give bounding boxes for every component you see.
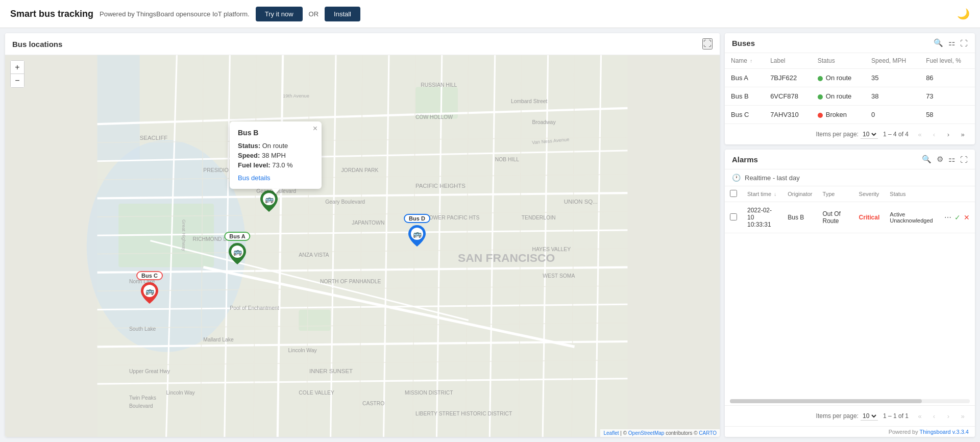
alarm-col-status: Status <box>885 186 975 202</box>
alarms-items-per-page: Items per page: 10 25 50 <box>816 412 878 421</box>
bus-a-marker[interactable]: Bus A 🚌 <box>229 243 246 266</box>
buses-ipp-label: Items per page: <box>816 131 859 138</box>
svg-text:Upper Great Hwy: Upper Great Hwy <box>129 369 170 374</box>
alarm-start-time: 2022-02-10 10:33:31 <box>742 202 782 233</box>
alarm-more-button[interactable]: ⋯ <box>944 213 951 222</box>
powered-by-text: Powered by <box>889 429 920 435</box>
table-row[interactable]: Bus B 6VCF878 On route 38 73 <box>725 87 975 106</box>
popup-fuel-value: 73.0 % <box>272 161 292 169</box>
alarms-card: Alarms 🔍 ⚙ ⚏ ⛶ 🕐 Realtime - last day <box>725 150 975 437</box>
bus-details-link[interactable]: Bus details <box>238 174 313 182</box>
leaflet-link[interactable]: Leaflet <box>603 430 619 436</box>
alarms-card-header: Alarms 🔍 ⚙ ⚏ ⛶ <box>725 150 975 169</box>
svg-text:🚌: 🚌 <box>145 287 155 296</box>
alarms-next-page-button[interactable]: › <box>942 410 954 422</box>
zoom-in-button[interactable]: + <box>11 61 24 74</box>
alarm-dismiss-button[interactable]: ✕ <box>964 213 970 222</box>
alarm-severity: Critical <box>854 202 885 233</box>
buses-table-footer: Items per page: 10 25 50 1 – 4 of 4 « ‹ … <box>725 124 975 144</box>
status-dot <box>818 94 823 100</box>
alarms-h-scrollbar[interactable] <box>730 399 970 403</box>
alarms-pagination: « ‹ › » <box>914 410 969 422</box>
alarms-prev-page-button[interactable]: ‹ <box>928 410 940 422</box>
alarms-fullscreen-button[interactable]: ⛶ <box>960 155 968 164</box>
alarm-select-all-checkbox[interactable] <box>730 190 737 197</box>
alarms-columns-button[interactable]: ⚏ <box>948 155 955 164</box>
bus-d-label: Bus D <box>404 214 430 223</box>
carto-link[interactable]: CARTO <box>699 430 717 436</box>
alarms-ipp-select[interactable]: 10 25 50 <box>861 412 878 421</box>
popup-close-button[interactable]: × <box>313 125 317 133</box>
table-row[interactable]: Bus A 7BJF622 On route 35 86 <box>725 69 975 87</box>
alarm-checkbox-cell[interactable] <box>725 202 742 233</box>
alarm-filter-label: Realtime - last day <box>745 174 800 182</box>
svg-text:MISSION DISTRICT: MISSION DISTRICT <box>405 390 453 396</box>
alarms-first-page-button[interactable]: « <box>914 410 926 422</box>
table-row[interactable]: Bus C 7AHV310 Broken 0 58 <box>725 106 975 124</box>
osm-link[interactable]: OpenStreetMap <box>628 430 665 436</box>
or-text: OR <box>309 10 319 18</box>
alarm-row-checkbox[interactable] <box>730 213 737 220</box>
thingsboard-link[interactable]: Thingsboard v.3.3.4 <box>920 429 969 435</box>
map-attribution: Leaflet | © OpenStreetMap contributors ©… <box>600 429 720 437</box>
svg-text:LOWER PACIFIC HTS: LOWER PACIFIC HTS <box>426 215 480 220</box>
svg-text:South Lake: South Lake <box>129 326 156 332</box>
map-fullscreen-button[interactable]: ⛶ <box>702 38 713 50</box>
buses-last-page-button[interactable]: » <box>957 128 969 140</box>
zoom-out-button[interactable]: − <box>11 74 24 87</box>
bus-d-marker[interactable]: Bus D 🚌 <box>408 225 426 248</box>
map-zoom-controls: + − <box>10 60 24 88</box>
buses-ipp-select[interactable]: 10 25 50 <box>861 130 878 139</box>
alarms-table-scroll[interactable]: Start time ↓ Originator Type Severity St… <box>725 186 975 397</box>
alarms-filter-button[interactable]: ⚙ <box>937 155 943 164</box>
bus-b-popup: × Bus B Status: On route Speed: 38 MPH F… <box>230 121 322 189</box>
buses-table-scroll[interactable]: Name ↑ Label Status Speed, MPH Fuel leve… <box>725 53 975 124</box>
popup-status-row: Status: On route <box>238 142 313 150</box>
starttime-sort-icon: ↓ <box>774 191 776 197</box>
table-row[interactable]: 2022-02-10 10:33:31 Bus B Out Of Route C… <box>725 202 975 233</box>
buses-table: Name ↑ Label Status Speed, MPH Fuel leve… <box>725 53 975 124</box>
alarm-acknowledge-button[interactable]: ✓ <box>954 213 961 222</box>
header-subtitle: Powered by ThingsBoard opensource IoT pl… <box>100 10 250 18</box>
buses-fullscreen-button[interactable]: ⛶ <box>960 39 968 47</box>
alarm-col-starttime[interactable]: Start time ↓ <box>742 186 782 202</box>
popup-arrow <box>272 189 280 194</box>
map-area: SEACLIFF North Lake South Lake PRESIDIO … <box>5 55 720 437</box>
alarm-col-originator: Originator <box>782 186 817 202</box>
header: Smart bus tracking Powered by ThingsBoar… <box>0 0 980 28</box>
svg-text:CASTRO: CASTRO <box>362 401 384 406</box>
map-panel-title: Bus locations <box>12 40 62 48</box>
dark-mode-toggle[interactable]: 🌙 <box>957 8 970 20</box>
alarm-originator: Bus B <box>782 202 817 233</box>
svg-text:TENDERLOIN: TENDERLOIN <box>522 215 556 220</box>
buses-columns-button[interactable]: ⚏ <box>948 38 955 47</box>
buses-first-page-button[interactable]: « <box>914 128 926 140</box>
alarms-search-button[interactable]: 🔍 <box>922 155 932 164</box>
svg-text:Great Highway: Great Highway <box>181 219 186 251</box>
buses-prev-page-button[interactable]: ‹ <box>928 128 940 140</box>
alarms-card-title: Alarms <box>732 155 758 164</box>
popup-bus-name: Bus B <box>238 129 313 137</box>
svg-text:🚌: 🚌 <box>233 248 242 256</box>
bus-fuel: 73 <box>920 87 975 106</box>
bus-fuel: 86 <box>920 69 975 87</box>
buses-card-header: Buses 🔍 ⚏ ⛶ <box>725 33 975 53</box>
bus-label: 7AHV310 <box>764 106 812 124</box>
buses-next-page-button[interactable]: › <box>942 128 954 140</box>
alarm-status-cell: Active Unacknowledged ⋯ ✓ ✕ <box>885 202 975 233</box>
buses-search-button[interactable]: 🔍 <box>934 38 943 47</box>
name-sort-icon: ↑ <box>750 58 752 64</box>
bus-c-marker[interactable]: Bus C 🚌 <box>141 282 158 305</box>
install-button[interactable]: Install <box>325 7 360 21</box>
svg-text:WEST SOMA: WEST SOMA <box>543 273 575 279</box>
svg-rect-5 <box>299 310 330 331</box>
col-name-header[interactable]: Name ↑ <box>725 53 764 69</box>
alarms-page-range: 1 – 1 of 1 <box>883 412 909 420</box>
svg-text:Geary Boulevard: Geary Boulevard <box>325 199 365 205</box>
svg-text:JAPANTOWN: JAPANTOWN <box>352 220 384 226</box>
bus-label: 6VCF878 <box>764 87 812 106</box>
alarms-last-page-button[interactable]: » <box>957 410 969 422</box>
svg-text:Boulevard: Boulevard <box>129 403 153 409</box>
try-it-now-button[interactable]: Try it now <box>256 7 303 21</box>
svg-text:PACIFIC HEIGHTS: PACIFIC HEIGHTS <box>415 183 465 189</box>
